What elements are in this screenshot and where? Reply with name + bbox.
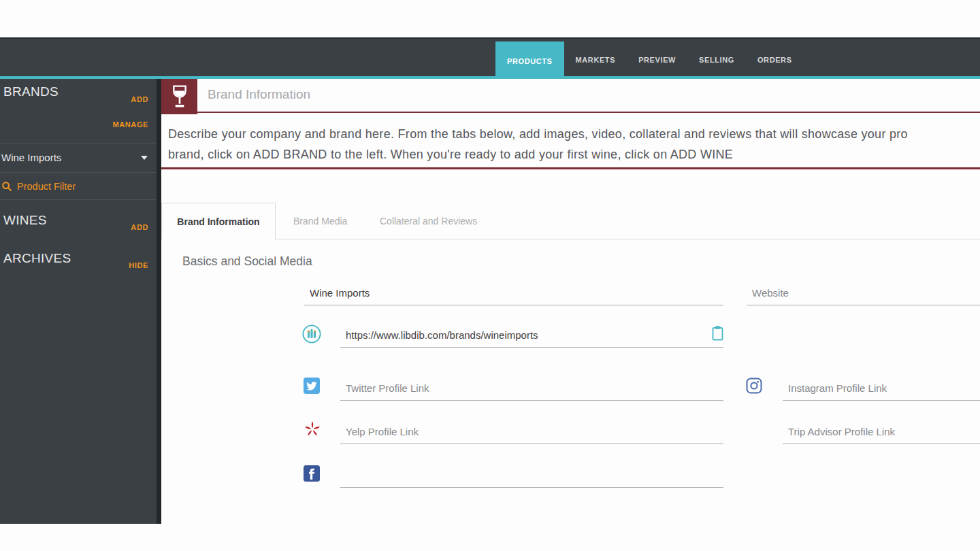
facebook-profile-input[interactable] bbox=[340, 467, 723, 488]
nav-tab-products[interactable]: PRODUCTS bbox=[495, 41, 564, 80]
nav-tab-selling-label: SELLING bbox=[699, 56, 734, 64]
tripadvisor-profile-input[interactable] bbox=[783, 423, 980, 444]
sidebar: BRANDS ADD MANAGE Wine Imports Product F… bbox=[0, 79, 161, 524]
clipboard-icon bbox=[711, 325, 725, 341]
twitter-profile-input[interactable] bbox=[340, 380, 723, 401]
nav-tabs: PRODUCTS MARKETS PREVIEW SELLING ORDERS bbox=[495, 39, 804, 78]
nav-tab-markets[interactable]: MARKETS bbox=[564, 41, 627, 78]
brand-description-text: Describe your company and brand here. Fr… bbox=[161, 114, 980, 169]
sidebar-archives-heading: ARCHIVES bbox=[3, 251, 71, 266]
tabs-baseline-divider bbox=[276, 239, 980, 239]
brand-url-input[interactable] bbox=[340, 327, 723, 348]
sidebar-wines-heading: WINES bbox=[3, 213, 47, 228]
brand-selector-dropdown[interactable]: Wine Imports bbox=[0, 143, 157, 172]
sidebar-brands-heading: BRANDS bbox=[3, 84, 59, 99]
twitter-icon bbox=[304, 378, 320, 394]
instagram-profile-input[interactable] bbox=[783, 380, 980, 401]
caret-down-icon bbox=[141, 156, 148, 160]
tab-brand-media-label: Brand Media bbox=[293, 216, 347, 227]
description-line-1: Describe your company and brand here. Fr… bbox=[168, 124, 980, 144]
search-icon bbox=[1, 181, 12, 192]
sidebar-divider bbox=[0, 199, 157, 200]
top-navbar: PRODUCTS MARKETS PREVIEW SELLING ORDERS bbox=[0, 37, 980, 76]
yelp-icon bbox=[304, 420, 321, 438]
wine-glass-icon bbox=[161, 79, 197, 114]
instagram-icon bbox=[746, 378, 762, 394]
tab-collateral-and-reviews-label: Collateral and Reviews bbox=[380, 216, 477, 227]
app-window: PRODUCTS MARKETS PREVIEW SELLING ORDERS … bbox=[0, 0, 980, 551]
nav-tab-preview[interactable]: PREVIEW bbox=[627, 41, 687, 78]
add-wine-button[interactable]: ADD bbox=[131, 223, 148, 231]
nav-tab-preview-label: PREVIEW bbox=[638, 56, 676, 64]
yelp-profile-input[interactable] bbox=[340, 423, 723, 444]
website-input[interactable] bbox=[747, 284, 980, 305]
product-filter[interactable]: Product Filter bbox=[0, 173, 157, 199]
copy-url-button[interactable] bbox=[711, 325, 725, 341]
section-title: Basics and Social Media bbox=[182, 254, 312, 269]
tab-brand-media[interactable]: Brand Media bbox=[293, 203, 347, 239]
description-line-2: brand, click on ADD BRAND to the left. W… bbox=[168, 144, 980, 165]
tab-brand-information-label: Brand Information bbox=[177, 216, 259, 227]
manage-brands-button[interactable]: MANAGE bbox=[113, 120, 149, 129]
brand-name-input[interactable] bbox=[304, 284, 723, 305]
nav-tab-products-label: PRODUCTS bbox=[507, 57, 553, 65]
nav-tab-markets-label: MARKETS bbox=[576, 56, 616, 64]
tab-collateral-and-reviews[interactable]: Collateral and Reviews bbox=[380, 203, 477, 239]
product-filter-label: Product Filter bbox=[17, 181, 76, 192]
hide-archives-button[interactable]: HIDE bbox=[129, 261, 148, 269]
nav-tab-orders-label: ORDERS bbox=[757, 56, 792, 64]
add-brand-button[interactable]: ADD bbox=[131, 95, 148, 103]
libdib-logo-icon bbox=[302, 324, 321, 344]
nav-tab-selling[interactable]: SELLING bbox=[687, 41, 746, 78]
tab-brand-information[interactable]: Brand Information bbox=[161, 203, 276, 239]
facebook-icon bbox=[304, 465, 320, 482]
nav-tab-orders[interactable]: ORDERS bbox=[746, 41, 804, 78]
page-title: Brand Information bbox=[208, 87, 310, 102]
brand-selector-value: Wine Imports bbox=[1, 152, 61, 163]
